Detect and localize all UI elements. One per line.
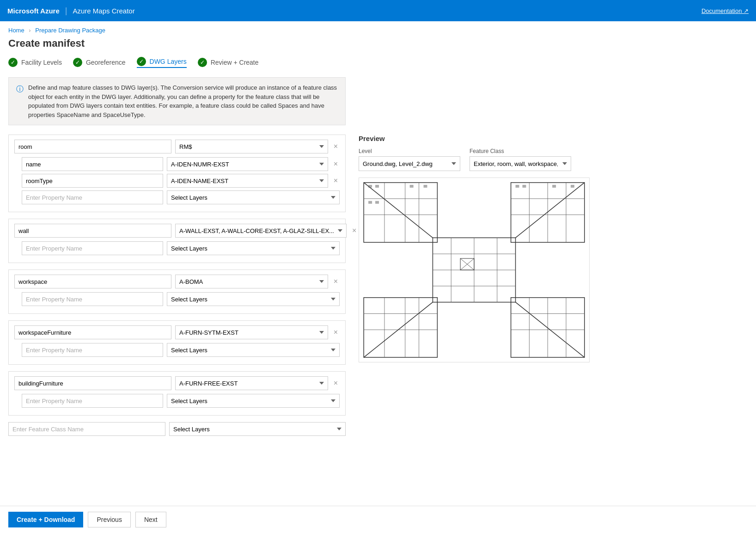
new-fc-layers-select[interactable]: Select Layers bbox=[169, 422, 346, 436]
topbar-app: Azure Maps Creator bbox=[73, 7, 134, 15]
breadcrumb: Home › Prepare Drawing Package bbox=[0, 21, 756, 36]
topbar-brand: Microsoft Azure bbox=[7, 7, 60, 15]
preview-level-select[interactable]: Ground.dwg, Level_2.dwg bbox=[359, 156, 460, 171]
fc-layers-select-workspace-furniture[interactable]: A-FURN-SYTM-EXST bbox=[175, 325, 328, 339]
fc-name-input-building-furniture[interactable] bbox=[14, 376, 171, 390]
topbar: Microsoft Azure | Azure Maps Creator Doc… bbox=[0, 0, 756, 21]
topbar-separator: | bbox=[65, 6, 67, 16]
prop-row-building-furniture-new: Select Layers bbox=[14, 394, 340, 408]
step-icon-georeference: ✓ bbox=[73, 58, 82, 67]
right-panel: Preview Level Ground.dwg, Level_2.dwg Fe… bbox=[346, 135, 748, 436]
new-fc-row: Select Layers bbox=[8, 422, 346, 436]
steps-nav: ✓ Facility Levels ✓ Georeference ✓ DWG L… bbox=[0, 57, 756, 77]
svg-rect-40 bbox=[410, 185, 414, 188]
prop-name-input-wall-new[interactable] bbox=[22, 241, 163, 255]
prop-row-wall-new: Select Layers bbox=[14, 241, 340, 255]
prop-layers-select-building-furniture-new[interactable]: Select Layers bbox=[167, 394, 340, 408]
breadcrumb-home[interactable]: Home bbox=[8, 27, 24, 34]
preview-fc-select[interactable]: Exterior, room, wall, workspace, wor... bbox=[469, 156, 571, 171]
fc-block-room: RM$ × A-IDEN-NUMR-EXST × A-IDEN-NAME-EXS… bbox=[8, 135, 346, 212]
preview-title: Preview bbox=[359, 135, 748, 142]
prop-name-input-room-roomtype[interactable] bbox=[22, 174, 163, 188]
prop-row-room-roomtype: A-IDEN-NAME-EXST × bbox=[14, 174, 340, 188]
step-review-create[interactable]: ✓ Review + Create bbox=[198, 58, 259, 67]
fc-layers-select-room[interactable]: RM$ bbox=[175, 140, 328, 153]
preview-level-label: Level bbox=[359, 148, 460, 154]
prop-row-room-name: A-IDEN-NUMR-EXST × bbox=[14, 157, 340, 171]
prop-row-workspace-furniture-new: Select Layers bbox=[14, 343, 340, 357]
svg-rect-38 bbox=[368, 201, 372, 204]
prop-close-room-roomtype[interactable]: × bbox=[332, 177, 340, 185]
prop-name-input-room-name[interactable] bbox=[22, 157, 163, 171]
floor-plan-preview bbox=[359, 178, 590, 362]
info-box: ⓘ Define and map feature classes to DWG … bbox=[8, 77, 346, 125]
svg-rect-43 bbox=[522, 185, 526, 188]
fc-close-building-furniture[interactable]: × bbox=[332, 379, 340, 387]
fc-layers-select-wall[interactable]: A-WALL-EXST, A-WALL-CORE-EXST, A-GLAZ-SI… bbox=[175, 224, 347, 238]
info-text: Define and map feature classes to DWG la… bbox=[28, 83, 338, 119]
prop-layers-select-room-name[interactable]: A-IDEN-NUMR-EXST bbox=[167, 157, 328, 171]
preview-level-field: Level Ground.dwg, Level_2.dwg bbox=[359, 148, 460, 171]
step-label-review-create: Review + Create bbox=[211, 59, 259, 66]
fc-close-workspace[interactable]: × bbox=[332, 277, 340, 286]
new-fc-name-input[interactable] bbox=[8, 422, 165, 436]
step-label-dwg-layers: DWG Layers bbox=[150, 58, 187, 65]
svg-rect-37 bbox=[375, 185, 379, 188]
fc-name-input-workspace-furniture[interactable] bbox=[14, 325, 171, 339]
fc-block-building-furniture: A-FURN-FREE-EXST × Select Layers bbox=[8, 371, 346, 416]
step-label-facility-levels: Facility Levels bbox=[21, 59, 62, 66]
svg-rect-36 bbox=[368, 185, 372, 188]
preview-fc-label: Feature Class bbox=[469, 148, 571, 154]
prop-layers-select-workspace-new[interactable]: Select Layers bbox=[167, 292, 340, 306]
svg-rect-44 bbox=[552, 185, 556, 188]
breadcrumb-sep: › bbox=[29, 27, 30, 34]
fc-name-input-wall[interactable] bbox=[14, 224, 171, 238]
svg-rect-42 bbox=[516, 185, 519, 188]
prop-name-input-workspace-furniture-new[interactable] bbox=[22, 343, 163, 357]
prop-row-room-new: Select Layers bbox=[14, 190, 340, 204]
page-title: Create manifest bbox=[0, 36, 756, 57]
prop-layers-select-wall-new[interactable]: Select Layers bbox=[167, 241, 340, 255]
fc-name-input-room[interactable] bbox=[14, 140, 171, 153]
prop-row-workspace-new: Select Layers bbox=[14, 292, 340, 306]
fc-close-workspace-furniture[interactable]: × bbox=[332, 328, 340, 337]
step-icon-review-create: ✓ bbox=[198, 58, 207, 67]
fc-block-workspace-furniture: A-FURN-SYTM-EXST × Select Layers bbox=[8, 320, 346, 365]
fc-block-workspace: A-BOMA × Select Layers bbox=[8, 270, 346, 314]
left-panel: RM$ × A-IDEN-NUMR-EXST × A-IDEN-NAME-EXS… bbox=[8, 135, 346, 436]
prop-layers-select-workspace-furniture-new[interactable]: Select Layers bbox=[167, 343, 340, 357]
step-dwg-layers[interactable]: ✓ DWG Layers bbox=[137, 57, 187, 68]
prop-layers-select-room-new[interactable]: Select Layers bbox=[167, 190, 340, 204]
step-facility-levels[interactable]: ✓ Facility Levels bbox=[8, 58, 62, 67]
svg-rect-39 bbox=[375, 201, 379, 204]
preview-fc-field: Feature Class Exterior, room, wall, work… bbox=[469, 148, 571, 171]
fc-layers-select-workspace[interactable]: A-BOMA bbox=[175, 275, 328, 288]
prop-name-input-room-new[interactable] bbox=[22, 190, 163, 204]
fc-block-wall: A-WALL-EXST, A-WALL-CORE-EXST, A-GLAZ-SI… bbox=[8, 219, 346, 263]
fc-close-room[interactable]: × bbox=[332, 142, 340, 151]
svg-rect-45 bbox=[571, 185, 574, 188]
breadcrumb-parent[interactable]: Prepare Drawing Package bbox=[35, 27, 105, 34]
prop-close-room-name[interactable]: × bbox=[332, 160, 340, 168]
step-label-georeference: Georeference bbox=[86, 59, 126, 66]
svg-rect-41 bbox=[424, 185, 427, 188]
prop-name-input-workspace-new[interactable] bbox=[22, 292, 163, 306]
fc-name-input-workspace[interactable] bbox=[14, 275, 171, 288]
step-georeference[interactable]: ✓ Georeference bbox=[73, 58, 126, 67]
fc-layers-select-building-furniture[interactable]: A-FURN-FREE-EXST bbox=[175, 376, 328, 390]
documentation-link[interactable]: Documentation ↗ bbox=[701, 7, 749, 14]
step-icon-facility-levels: ✓ bbox=[8, 58, 18, 67]
info-icon: ⓘ bbox=[16, 84, 24, 119]
prop-layers-select-room-roomtype[interactable]: A-IDEN-NAME-EXST bbox=[167, 174, 328, 188]
preview-selects: Level Ground.dwg, Level_2.dwg Feature Cl… bbox=[359, 148, 748, 171]
prop-name-input-building-furniture-new[interactable] bbox=[22, 394, 163, 408]
step-icon-dwg-layers: ✓ bbox=[137, 57, 146, 66]
